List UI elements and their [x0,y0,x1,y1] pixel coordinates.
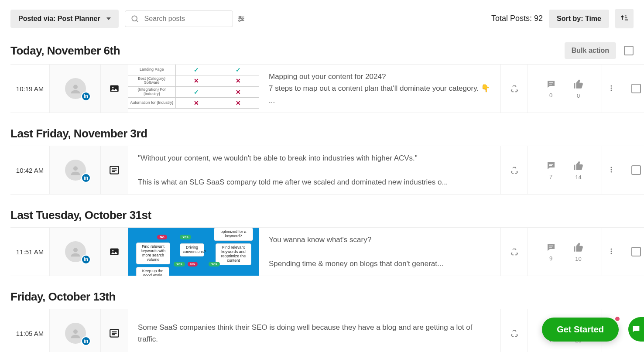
likes-stat[interactable]: 0 [573,79,584,99]
select-post-checkbox[interactable] [631,247,641,256]
likes-count: 10 [575,256,581,262]
comment-icon [546,242,556,253]
comments-stat[interactable]: 9 [546,242,556,262]
post-time: 11:05 AM [10,309,50,352]
post-type-icon [101,309,128,352]
linkedin-badge-icon: in [81,92,91,101]
post-type-icon [101,65,128,113]
post-time: 10:19 AM [10,65,50,113]
post-type-icon [101,146,128,194]
like-icon [573,160,584,171]
recycle-button[interactable] [501,146,528,194]
post-text[interactable]: Mapping out your content for 2024?7 step… [259,65,501,113]
comments-count: 7 [549,174,552,180]
comments-stat[interactable]: 0 [546,79,556,99]
filter-sliders-icon[interactable] [237,14,246,23]
avatar[interactable]: in [50,228,101,276]
like-icon [573,79,584,90]
get-started-button[interactable]: Get Started [542,318,619,342]
get-started-label: Get Started [557,325,604,334]
more-vertical-icon [607,84,616,92]
svg-point-5 [239,16,240,17]
avatar[interactable]: in [50,65,101,113]
more-actions-button[interactable] [605,164,617,177]
like-icon [573,242,584,253]
sort-button[interactable]: Sort by: Time [549,10,609,28]
recycle-icon [510,328,519,338]
post-time: 11:51 AM [10,228,50,276]
post-row: 10:42 AM in "Without your content, we wo… [10,146,644,195]
recycle-icon [510,84,519,93]
recycle-button[interactable] [501,309,528,352]
post-row: 11:51 AM in Find relevant keywords with … [10,227,644,276]
comments-stat[interactable]: 7 [546,161,556,180]
linkedin-badge-icon: in [81,336,91,346]
post-stats: 0 0 [528,65,602,113]
comment-icon [546,79,556,89]
recycle-icon [510,247,519,256]
post-time: 10:42 AM [10,146,50,194]
notification-dot-icon [614,316,620,322]
more-vertical-icon [607,247,616,256]
comment-icon [546,161,556,171]
filter-posted-via[interactable]: Posted via: Post Planner [10,10,119,28]
post-thumbnail: Landing Page✓✓ Best {Category} Software✕… [128,65,259,113]
sort-label: Sort by: Time [557,15,601,22]
sort-direction-button[interactable] [615,9,634,28]
likes-count: 0 [577,92,580,99]
bulk-select-all-checkbox[interactable] [624,46,634,55]
search-icon [130,14,139,23]
date-heading: Friday, October 13th [10,290,116,304]
svg-point-7 [239,20,240,21]
linkedin-badge-icon: in [81,173,91,183]
date-heading: Last Tuesday, October 31st [10,208,151,222]
avatar[interactable]: in [50,309,101,352]
more-vertical-icon [607,165,616,174]
comments-count: 9 [549,255,552,262]
post-row: 10:19 AM in Landing Page✓✓ Best {Categor… [10,64,644,113]
post-text[interactable]: You wanna know what's scary?Spending tim… [259,228,501,276]
more-actions-button[interactable] [605,82,617,96]
comments-count: 0 [549,92,552,99]
total-posts: Total Posts: 92 [491,14,543,23]
filter-label: Posted via: Post Planner [18,15,100,23]
svg-line-1 [136,20,138,22]
linkedin-badge-icon: in [81,255,91,264]
post-text[interactable]: "Without your content, we wouldn't be ab… [128,146,501,194]
date-heading: Last Friday, November 3rd [10,127,147,140]
likes-count: 14 [575,174,581,181]
select-post-checkbox[interactable] [631,165,641,175]
bulk-action-button[interactable]: Bulk action [565,42,616,59]
sort-asc-icon [620,13,629,23]
likes-stat[interactable]: 10 [573,242,584,262]
post-type-icon [101,228,128,276]
select-post-checkbox[interactable] [631,84,641,93]
post-thumbnail: Find relevant keywords with more search … [128,228,259,276]
svg-point-0 [132,16,137,21]
search-input[interactable] [144,14,233,23]
post-stats: 7 14 [528,146,602,194]
post-stats: 9 10 [528,228,602,276]
chevron-down-icon [106,17,111,20]
avatar[interactable]: in [50,146,101,194]
recycle-button[interactable] [501,228,528,276]
svg-point-6 [241,18,243,19]
date-heading: Today, November 6th [10,44,120,58]
post-text[interactable]: Some SaaS companies think their SEO is d… [128,309,501,352]
recycle-icon [510,165,519,175]
likes-stat[interactable]: 14 [573,160,584,181]
recycle-button[interactable] [501,65,528,113]
more-actions-button[interactable] [605,245,617,259]
search-input-wrap[interactable] [125,10,233,27]
